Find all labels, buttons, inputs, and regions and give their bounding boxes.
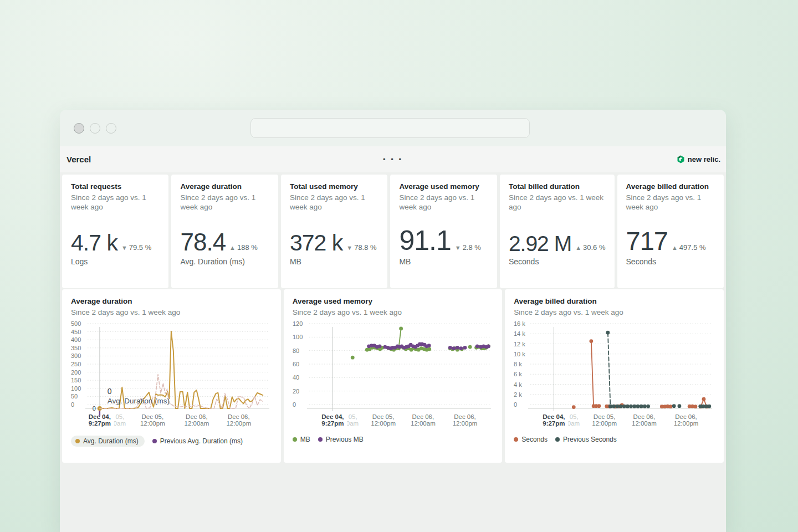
svg-text:12:00am: 12:00am [185,420,209,427]
delta-value: 188 % [237,243,258,252]
browser-titlebar [60,110,726,146]
chart-legend: SecondsPrevious Seconds [514,436,715,443]
svg-text:Avg. Duration (ms): Avg. Duration (ms) [108,397,170,405]
trend-down-icon: ▼ [121,244,127,251]
browser-window: Vercel • • • new relic. Total requests S… [60,110,726,532]
legend-item[interactable]: Seconds [514,436,548,443]
chart-panel-average-used-memory[interactable]: Average used memory Since 2 days ago vs.… [284,289,503,463]
svg-text:12:00pm: 12:00pm [371,420,396,427]
svg-text:12:00pm: 12:00pm [452,420,477,427]
svg-text:Dec 06,: Dec 06, [633,413,656,420]
card-total-requests[interactable]: Total requests Since 2 days ago vs. 1 we… [62,175,168,288]
card-unit: Seconds [626,257,715,266]
svg-text:0: 0 [71,401,74,408]
svg-text:12:00pm: 12:00pm [674,420,699,427]
window-minimize-button[interactable] [90,123,100,134]
trend-down-icon: ▼ [455,244,461,251]
ellipsis-menu-button[interactable]: • • • [378,154,407,165]
svg-text:9:27pm: 9:27pm [321,420,344,427]
chart-legend: Avg. Duration (ms)Previous Avg. Duration… [71,436,272,447]
card-average-used-memory[interactable]: Average used memory Since 2 days ago vs.… [390,175,497,288]
dashboard-header: Vercel • • • new relic. [60,146,726,172]
svg-text:2 k: 2 k [514,391,522,398]
card-average-billed-duration[interactable]: Average billed duration Since 2 days ago… [617,175,724,288]
svg-text:150: 150 [71,377,81,384]
legend-label: Seconds [521,436,548,443]
svg-text:12 k: 12 k [514,341,525,347]
delta-value: 30.6 % [583,243,605,252]
trend-down-icon: ▼ [346,244,352,251]
delta-value: 497.5 % [679,243,706,252]
card-title: Average billed duration [626,182,715,192]
svg-text:9:27pm: 9:27pm [543,420,565,427]
svg-text:12:00pm: 12:00pm [592,420,617,427]
svg-text:9:27pm: 9:27pm [89,420,111,427]
card-title: Total billed duration [509,182,606,192]
svg-text:16 k: 16 k [514,320,525,327]
legend-dot-icon [152,439,157,443]
chart-legend: MBPrevious MB [293,436,494,443]
svg-text:200: 200 [71,369,81,376]
card-title: Average used memory [399,182,488,192]
card-total-billed-duration[interactable]: Total billed duration Since 2 days ago v… [500,175,615,288]
svg-text:0: 0 [108,387,112,396]
card-total-used-memory[interactable]: Total used memory Since 2 days ago vs. 1… [281,175,387,288]
svg-text:80: 80 [293,347,299,354]
chart-title: Average billed duration [514,297,715,306]
legend-item[interactable]: Avg. Duration (ms) [71,436,145,447]
legend-item[interactable]: Previous Avg. Duration (ms) [152,437,243,445]
chart-title: Average used memory [293,297,494,306]
chart-panel-average-billed-duration[interactable]: Average billed duration Since 2 days ago… [505,289,724,463]
delta-value: 78.8 % [354,243,376,252]
average-duration-chart[interactable]: 500450400350300250200150100500Dec 06,12:… [71,321,272,430]
card-subtitle: Since 2 days ago vs. 1 week ago [71,193,160,212]
legend-dot-icon [293,437,297,442]
legend-dot-icon [75,439,80,443]
svg-text:Dec 06,: Dec 06, [228,413,250,420]
card-title: Total used memory [290,182,378,192]
window-maximize-button[interactable] [106,123,116,134]
svg-text:12:00am: 12:00am [411,420,436,427]
legend-item[interactable]: Previous MB [318,436,364,443]
card-unit: MB [399,257,488,266]
card-unit: MB [290,257,378,266]
trend-up-icon: ▲ [229,244,236,251]
chart-panel-average-duration[interactable]: Average duration Since 2 days ago vs. 1 … [62,289,281,463]
chart-subtitle: Since 2 days ago vs. 1 week ago [71,308,272,318]
svg-text:4 k: 4 k [514,381,522,388]
trend-up-icon: ▲ [672,244,678,251]
legend-label: Avg. Duration (ms) [83,437,139,445]
legend-item[interactable]: Previous Seconds [555,436,617,443]
legend-label: Previous Avg. Duration (ms) [160,437,243,445]
billboard-cards-row: Total requests Since 2 days ago vs. 1 we… [62,175,724,288]
card-title: Average duration [180,182,269,192]
average-billed-duration-chart[interactable]: 16 k14 k12 k10 k8 k6 k4 k2 k0Dec 06,12:0… [514,321,714,430]
svg-text:250: 250 [71,361,81,367]
legend-dot-icon [318,437,323,442]
card-value: 4.7 k [71,232,117,254]
window-close-button[interactable] [74,123,84,134]
legend-label: Previous MB [326,436,364,443]
new-relic-icon [677,155,685,163]
svg-text:40: 40 [293,375,299,381]
card-value: 717 [626,229,668,254]
card-title: Total requests [71,182,160,192]
card-subtitle: Since 2 days ago vs. 1 week ago [509,193,606,212]
card-value: 91.1 [399,228,451,254]
svg-text:12:00am: 12:00am [632,420,657,427]
url-input[interactable] [250,118,530,138]
svg-text:120: 120 [293,320,303,327]
svg-text:Dec 06,: Dec 06, [676,413,698,420]
card-unit: Seconds [509,257,606,266]
card-average-duration[interactable]: Average duration Since 2 days ago vs. 1 … [171,175,278,288]
chart-subtitle: Since 2 days ago vs. 1 week ago [293,308,494,318]
svg-text:12:00pm: 12:00pm [140,420,165,427]
average-used-memory-chart[interactable]: 120100806040200Dec 06,12:00pmDec 06,12:0… [293,321,493,430]
svg-text:20: 20 [293,388,299,395]
svg-text:0: 0 [93,405,96,412]
svg-text:Dec 04,: Dec 04, [321,413,344,420]
card-value: 78.4 [180,231,226,254]
page-title: Vercel [66,155,91,164]
svg-text:400: 400 [71,337,81,344]
legend-item[interactable]: MB [293,436,310,443]
